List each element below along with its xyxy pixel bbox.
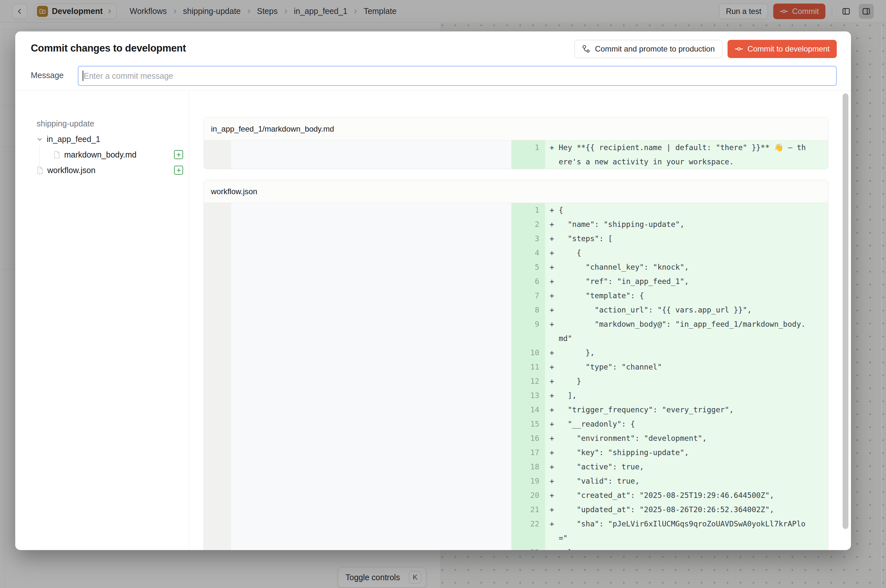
old-line-gutter bbox=[204, 431, 231, 446]
message-label: Message bbox=[31, 70, 63, 80]
new-line-number: 1 bbox=[511, 203, 545, 217]
chevron-down-icon bbox=[37, 136, 43, 142]
added-file-plus-icon[interactable] bbox=[174, 150, 183, 159]
diff-add-marker: + bbox=[545, 502, 555, 517]
tree-item-workflow-root[interactable]: shipping-update bbox=[37, 116, 186, 131]
old-code-cell bbox=[231, 345, 511, 360]
diff-add-marker: + bbox=[545, 345, 555, 360]
code-text: "type": "channel" bbox=[559, 360, 807, 374]
old-code-cell bbox=[231, 545, 511, 550]
modal-scrollbar-thumb[interactable] bbox=[843, 93, 849, 529]
old-line-gutter bbox=[204, 446, 231, 460]
old-line-gutter bbox=[204, 303, 231, 317]
code-text: "channel_key": "knock", bbox=[559, 260, 807, 274]
new-code-cell: + "updated_at": "2025-08-26T20:26:52.364… bbox=[545, 502, 828, 517]
diff-line-row: 15+ "__readonly": { bbox=[204, 417, 828, 431]
new-code-cell: + }, bbox=[545, 345, 828, 360]
new-code-cell: + } bbox=[545, 374, 828, 388]
new-line-number: 5 bbox=[511, 260, 545, 274]
diff-line-row: 2+ "name": "shipping-update", bbox=[204, 217, 828, 231]
new-code-cell: + "ref": "in_app_feed_1", bbox=[545, 274, 828, 288]
new-code-cell: + "created_at": "2025-08-25T19:29:46.644… bbox=[545, 488, 828, 502]
diff-line-row: 7+ "template": { bbox=[204, 288, 828, 303]
old-code-cell bbox=[231, 417, 511, 431]
new-line-number: 4 bbox=[511, 246, 545, 260]
code-text: }, bbox=[559, 345, 807, 360]
commit-to-development-button[interactable]: Commit to development bbox=[727, 40, 837, 58]
tree-item-step[interactable]: in_app_feed_1 bbox=[37, 131, 186, 147]
text-caret bbox=[82, 70, 83, 81]
diff-line-row: 12+ } bbox=[204, 374, 828, 388]
added-file-plus-icon[interactable] bbox=[174, 166, 183, 175]
new-line-number: 13 bbox=[511, 388, 545, 403]
new-code-cell: +Hey **{{ recipient.name | default: "the… bbox=[545, 140, 828, 169]
modal-divider bbox=[15, 90, 851, 91]
commit-and-promote-button[interactable]: Commit and promote to production bbox=[574, 40, 723, 58]
new-line-number: 23 bbox=[511, 545, 545, 550]
new-line-number: 12 bbox=[511, 374, 545, 388]
new-code-cell: + "__readonly": { bbox=[545, 417, 828, 431]
old-code-cell bbox=[231, 474, 511, 488]
workflow-root-label: shipping-update bbox=[37, 119, 94, 128]
new-line-number: 20 bbox=[511, 488, 545, 502]
new-code-cell: + } bbox=[545, 545, 828, 550]
new-line-number: 8 bbox=[511, 303, 545, 317]
old-line-gutter bbox=[204, 502, 231, 517]
diff-line-row: 20+ "created_at": "2025-08-25T19:29:46.6… bbox=[204, 488, 828, 502]
old-line-gutter bbox=[204, 140, 231, 169]
old-code-cell bbox=[231, 260, 511, 274]
code-text: "valid": true, bbox=[559, 474, 807, 488]
old-line-gutter bbox=[204, 403, 231, 417]
old-line-gutter bbox=[204, 345, 231, 360]
new-line-number: 1 bbox=[511, 140, 545, 169]
old-line-gutter bbox=[204, 217, 231, 231]
diff-line-row: 9+ "markdown_body@": "in_app_feed_1/mark… bbox=[204, 317, 828, 345]
diff-add-marker: + bbox=[545, 303, 555, 317]
old-line-gutter bbox=[204, 274, 231, 288]
new-line-number: 18 bbox=[511, 460, 545, 474]
new-code-cell: + "channel_key": "knock", bbox=[545, 260, 828, 274]
commit-message-input[interactable] bbox=[78, 66, 837, 86]
diff-line-row: 8+ "action_url": "{{ vars.app_url }}", bbox=[204, 303, 828, 317]
diff-line-row: 18+ "active": true, bbox=[204, 460, 828, 474]
new-code-cell: +{ bbox=[545, 203, 828, 217]
app-root: Development Workflowsshipping-updateStep… bbox=[0, 0, 886, 588]
diff-line-row: 21+ "updated_at": "2025-08-26T20:26:52.3… bbox=[204, 502, 828, 517]
tree-item-workflow-json[interactable]: workflow.json bbox=[37, 162, 186, 178]
file-name: markdown_body.md bbox=[64, 150, 136, 159]
old-line-gutter bbox=[204, 460, 231, 474]
new-line-number: 21 bbox=[511, 502, 545, 517]
new-code-cell: + "sha": "pJeLVir6xIlUCMGqs9qroZoUAVDSwA… bbox=[545, 517, 828, 545]
old-code-cell bbox=[231, 502, 511, 517]
code-text: "environment": "development", bbox=[559, 431, 807, 446]
diff-line-row: 5+ "channel_key": "knock", bbox=[204, 260, 828, 274]
code-text: "sha": "pJeLVir6xIlUCMGqs9qroZoUAVDSwA0y… bbox=[559, 517, 807, 545]
step-label: in_app_feed_1 bbox=[46, 135, 100, 144]
code-text: } bbox=[559, 545, 807, 550]
new-code-cell: + "environment": "development", bbox=[545, 431, 828, 446]
code-text: } bbox=[559, 374, 807, 388]
old-code-cell bbox=[231, 317, 511, 345]
diff-add-marker: + bbox=[545, 431, 555, 446]
diff-line-row: 11+ "type": "channel" bbox=[204, 360, 828, 374]
tree-item-markdown-body[interactable]: markdown_body.md bbox=[37, 147, 186, 162]
diff-add-marker: + bbox=[545, 417, 555, 431]
old-code-cell bbox=[231, 374, 511, 388]
commit-to-development-label: Commit to development bbox=[748, 44, 830, 54]
promote-branch-icon bbox=[582, 45, 591, 53]
old-line-gutter bbox=[204, 360, 231, 374]
diff-add-marker: + bbox=[545, 260, 555, 274]
old-code-cell bbox=[231, 274, 511, 288]
code-text: "__readonly": { bbox=[559, 417, 807, 431]
new-code-cell: + { bbox=[545, 246, 828, 260]
code-text: "steps": [ bbox=[559, 231, 807, 246]
new-code-cell: + "steps": [ bbox=[545, 231, 828, 246]
diff-add-marker: + bbox=[545, 317, 555, 331]
code-text: { bbox=[559, 246, 807, 260]
code-text: "created_at": "2025-08-25T19:29:46.64450… bbox=[559, 488, 807, 502]
new-line-number: 10 bbox=[511, 345, 545, 360]
new-code-cell: + "key": "shipping-update", bbox=[545, 446, 828, 460]
old-code-cell bbox=[231, 140, 511, 169]
code-text: "trigger_frequency": "every_trigger", bbox=[559, 403, 807, 417]
diff-add-marker: + bbox=[545, 545, 555, 550]
